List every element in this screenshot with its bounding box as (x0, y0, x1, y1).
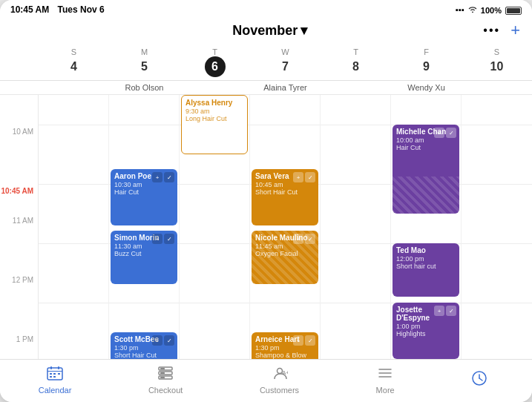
svg-rect-4 (50, 373, 52, 375)
event-scott-mcbee[interactable]: + ✓ Scott McBee 1:30 pm Short Hair Cut (111, 332, 177, 359)
nav-customers[interactable]: A+ Customers (260, 366, 299, 395)
nav-checkout-label: Checkout (148, 386, 183, 395)
nav-customers-label: Customers (260, 386, 299, 395)
person-alaina: Alaina Tyrer (250, 81, 321, 94)
check-icon[interactable]: ✓ (446, 306, 456, 316)
svg-text:A+: A+ (282, 369, 288, 376)
person-wendy: Wendy Xu (391, 81, 462, 94)
status-time: 10:45 AM (10, 4, 49, 15)
grid-col-4 (321, 95, 391, 359)
svg-rect-5 (53, 373, 56, 375)
more-options-button[interactable]: ••• (483, 24, 500, 37)
time-column: 10 AM 10:45 AM 11 AM 12 PM 1 PM 2 PM (0, 95, 39, 359)
event-arneice-hart[interactable]: + ✓ Arneice Hart 1:30 pm Shampoo & Blow … (252, 332, 318, 359)
event-michelle-chan[interactable]: + ✓ Michelle Chan 10:00 am Hair Cut (393, 125, 459, 214)
calendar-body: 10 AM 10:45 AM 11 AM 12 PM 1 PM 2 PM (0, 95, 532, 359)
signal-icon: ▪▪▪ (456, 5, 464, 14)
svg-rect-6 (50, 376, 52, 378)
bottom-nav: Calendar Checkout A+ (0, 359, 532, 402)
calendar-grid: + ✓ Aaron Poe 10:30 am Hair Cut + ✓ Si (39, 95, 532, 359)
event-ted-mao[interactable]: Ted Mao 12:00 pm Short hair cut (393, 243, 459, 297)
battery-icon: 100% (481, 5, 522, 15)
svg-rect-1 (47, 371, 62, 372)
app-header: November ▾ ••• + (0, 18, 532, 45)
chevron-icon: ▾ (301, 22, 307, 39)
clock-right-button[interactable] (471, 370, 493, 390)
add-icon[interactable]: + (434, 306, 444, 316)
event-josette-despyne[interactable]: + ✓ Josette D'Espyne 1:00 pm Highlights (393, 303, 459, 359)
calendar-scroll[interactable]: 10 AM 10:45 AM 11 AM 12 PM 1 PM 2 PM (0, 95, 532, 359)
day-col-5[interactable]: F 9 (391, 45, 462, 80)
nav-checkout[interactable]: Checkout (148, 366, 183, 395)
svg-rect-8 (58, 373, 60, 375)
day-col-6[interactable]: S 10 (462, 45, 532, 80)
app-container: 10:45 AM Tues Nov 6 ▪▪▪ 100% November ▾ … (0, 0, 532, 402)
event-simon-morin[interactable]: + ✓ Simon Morin 11:30 am Buzz Cut (111, 231, 177, 284)
more-icon (377, 366, 393, 384)
event-alyssa-henry[interactable]: Alyssa Henry 9:30 am Long Hair Cut (181, 95, 248, 154)
grid-col-rob: + ✓ Aaron Poe 10:30 am Hair Cut + ✓ Si (109, 95, 180, 359)
status-time-date: 10:45 AM Tues Nov 6 (10, 4, 105, 15)
svg-rect-12 (160, 368, 165, 369)
week-header: S 4 M 5 T 6 W 7 T 8 F 9 S 10 (0, 45, 532, 81)
person-rob: Rob Olson (109, 81, 180, 94)
grid-col-wendy: + ✓ Michelle Chan 10:00 am Hair Cut Ted … (391, 95, 462, 359)
svg-rect-3 (58, 366, 59, 369)
nav-more[interactable]: More (376, 366, 395, 395)
svg-rect-14 (160, 377, 165, 378)
grid-col-alaina: + ✓ Sara Vera 10:45 am Short Hair Cut + … (250, 95, 321, 359)
svg-rect-7 (53, 376, 56, 378)
svg-line-22 (479, 378, 482, 380)
status-date: Tues Nov 6 (58, 4, 105, 15)
nav-calendar[interactable]: Calendar (39, 366, 72, 395)
event-sara-vera[interactable]: + ✓ Sara Vera 10:45 am Short Hair Cut (252, 169, 318, 225)
month-title[interactable]: November ▾ (232, 22, 307, 39)
customers-icon: A+ (272, 366, 288, 384)
nav-more-label: More (376, 386, 395, 395)
add-event-button[interactable]: + (510, 21, 520, 40)
event-nicole-maulino[interactable]: + ✓ Nicole Maulino 11:45 am Oxygen Facia… (252, 231, 318, 284)
checkout-icon (157, 366, 174, 384)
wifi-icon (467, 5, 478, 14)
status-bar: 10:45 AM Tues Nov 6 ▪▪▪ 100% (0, 0, 532, 18)
day-col-2[interactable]: T 6 (180, 45, 250, 80)
grid-col-2: Alyssa Henry 9:30 am Long Hair Cut (180, 95, 250, 359)
day-col-0[interactable]: S 4 (39, 45, 109, 80)
day-col-4[interactable]: T 8 (321, 45, 391, 80)
person-row: Rob Olson Alaina Tyrer Wendy Xu (0, 81, 532, 95)
calendar-icon (47, 366, 63, 384)
day-col-1[interactable]: M 5 (109, 45, 180, 80)
grid-col-0 (39, 95, 109, 359)
day-col-3[interactable]: W 7 (250, 45, 321, 80)
grid-col-6 (462, 95, 532, 359)
svg-rect-2 (50, 366, 52, 369)
nav-calendar-label: Calendar (39, 386, 72, 395)
event-aaron-poe[interactable]: + ✓ Aaron Poe 10:30 am Hair Cut (111, 169, 177, 225)
svg-rect-13 (160, 372, 165, 374)
status-icons: ▪▪▪ 100% (456, 5, 522, 15)
